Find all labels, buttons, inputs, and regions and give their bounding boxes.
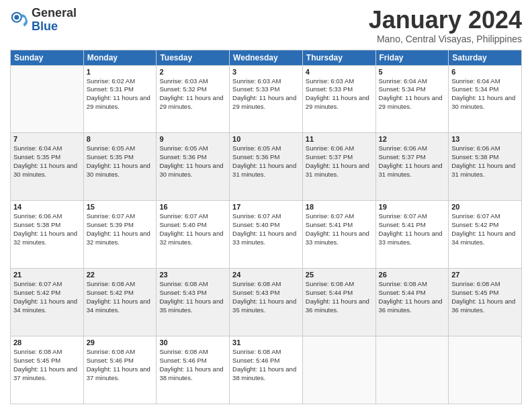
day-number: 18: [306, 203, 373, 211]
day-info: Sunrise: 6:05 AM Sunset: 5:36 PM Dayligh…: [232, 144, 300, 179]
day-info: Sunrise: 6:04 AM Sunset: 5:35 PM Dayligh…: [13, 144, 81, 179]
logo-line1: General: [32, 7, 77, 20]
day-number: 21: [13, 271, 81, 279]
day-info: Sunrise: 6:07 AM Sunset: 5:42 PM Dayligh…: [451, 212, 519, 246]
calendar-cell: 7Sunrise: 6:04 AM Sunset: 5:35 PM Daylig…: [11, 133, 84, 201]
day-number: 1: [87, 68, 154, 76]
day-number: 25: [306, 271, 373, 279]
day-number: 26: [379, 271, 446, 279]
calendar-cell: 8Sunrise: 6:05 AM Sunset: 5:35 PM Daylig…: [83, 133, 157, 201]
week-row-1: 1Sunrise: 6:02 AM Sunset: 5:31 PM Daylig…: [11, 65, 522, 133]
day-info: Sunrise: 6:08 AM Sunset: 5:44 PM Dayligh…: [306, 280, 373, 314]
week-row-5: 28Sunrise: 6:08 AM Sunset: 5:45 PM Dayli…: [11, 336, 522, 404]
calendar-cell: 26Sunrise: 6:08 AM Sunset: 5:44 PM Dayli…: [375, 269, 449, 336]
calendar-cell: 6Sunrise: 6:04 AM Sunset: 5:34 PM Daylig…: [449, 65, 522, 133]
calendar-cell: 30Sunrise: 6:08 AM Sunset: 5:46 PM Dayli…: [157, 336, 230, 404]
day-number: 6: [451, 68, 519, 76]
day-number: 29: [87, 338, 154, 347]
weekday-header-thursday: Thursday: [302, 50, 375, 65]
day-info: Sunrise: 6:08 AM Sunset: 5:46 PM Dayligh…: [159, 348, 226, 382]
calendar-cell: 19Sunrise: 6:07 AM Sunset: 5:41 PM Dayli…: [375, 201, 449, 269]
day-info: Sunrise: 6:03 AM Sunset: 5:33 PM Dayligh…: [306, 77, 373, 111]
logo-text-area: General Blue: [32, 7, 77, 34]
weekday-header-tuesday: Tuesday: [157, 50, 230, 65]
day-number: 7: [13, 135, 81, 143]
calendar-cell: [375, 336, 449, 404]
day-number: 20: [451, 203, 519, 211]
day-number: 3: [232, 68, 300, 76]
day-number: 15: [87, 203, 154, 211]
calendar-cell: 3Sunrise: 6:03 AM Sunset: 5:33 PM Daylig…: [230, 65, 303, 133]
day-number: 19: [379, 203, 446, 211]
day-number: 2: [159, 68, 226, 76]
day-info: Sunrise: 6:08 AM Sunset: 5:45 PM Dayligh…: [13, 348, 81, 382]
calendar-cell: 25Sunrise: 6:08 AM Sunset: 5:44 PM Dayli…: [302, 269, 375, 336]
day-info: Sunrise: 6:02 AM Sunset: 5:31 PM Dayligh…: [87, 77, 154, 111]
day-info: Sunrise: 6:08 AM Sunset: 5:46 PM Dayligh…: [232, 348, 300, 382]
day-number: 10: [232, 135, 300, 143]
calendar-cell: 29Sunrise: 6:08 AM Sunset: 5:46 PM Dayli…: [83, 336, 157, 404]
calendar-table: SundayMondayTuesdayWednesdayThursdayFrid…: [10, 50, 522, 404]
weekday-header-wednesday: Wednesday: [230, 50, 303, 65]
calendar-cell: [449, 336, 522, 404]
day-info: Sunrise: 6:07 AM Sunset: 5:40 PM Dayligh…: [232, 212, 300, 246]
day-info: Sunrise: 6:04 AM Sunset: 5:34 PM Dayligh…: [451, 77, 519, 111]
calendar-cell: 4Sunrise: 6:03 AM Sunset: 5:33 PM Daylig…: [302, 65, 375, 133]
day-number: 27: [451, 271, 519, 279]
day-info: Sunrise: 6:07 AM Sunset: 5:39 PM Dayligh…: [87, 212, 154, 246]
day-info: Sunrise: 6:07 AM Sunset: 5:41 PM Dayligh…: [306, 212, 373, 246]
logo-line2: Blue: [32, 20, 77, 34]
day-number: 23: [159, 271, 226, 279]
header: General Blue January 2024 Mano, Central …: [10, 7, 522, 44]
day-info: Sunrise: 6:06 AM Sunset: 5:38 PM Dayligh…: [13, 212, 81, 246]
day-info: Sunrise: 6:08 AM Sunset: 5:45 PM Dayligh…: [451, 280, 519, 314]
day-number: 13: [451, 135, 519, 143]
calendar-cell: 9Sunrise: 6:05 AM Sunset: 5:36 PM Daylig…: [157, 133, 230, 201]
calendar-cell: 17Sunrise: 6:07 AM Sunset: 5:40 PM Dayli…: [230, 201, 303, 269]
month-title: January 2024: [369, 7, 522, 34]
day-number: 30: [159, 338, 226, 347]
day-info: Sunrise: 6:04 AM Sunset: 5:34 PM Dayligh…: [379, 77, 446, 111]
calendar-cell: 10Sunrise: 6:05 AM Sunset: 5:36 PM Dayli…: [230, 133, 303, 201]
day-info: Sunrise: 6:07 AM Sunset: 5:40 PM Dayligh…: [159, 212, 226, 246]
calendar-cell: 12Sunrise: 6:06 AM Sunset: 5:37 PM Dayli…: [375, 133, 449, 201]
calendar-cell: 15Sunrise: 6:07 AM Sunset: 5:39 PM Dayli…: [83, 201, 157, 269]
calendar-cell: 28Sunrise: 6:08 AM Sunset: 5:45 PM Dayli…: [11, 336, 84, 404]
day-number: 14: [13, 203, 81, 211]
day-info: Sunrise: 6:07 AM Sunset: 5:41 PM Dayligh…: [379, 212, 446, 246]
day-info: Sunrise: 6:08 AM Sunset: 5:43 PM Dayligh…: [159, 280, 226, 314]
weekday-header-monday: Monday: [83, 50, 157, 65]
calendar-cell: 1Sunrise: 6:02 AM Sunset: 5:31 PM Daylig…: [83, 65, 157, 133]
calendar-cell: 2Sunrise: 6:03 AM Sunset: 5:32 PM Daylig…: [157, 65, 230, 133]
week-row-3: 14Sunrise: 6:06 AM Sunset: 5:38 PM Dayli…: [11, 201, 522, 269]
day-number: 24: [232, 271, 300, 279]
day-number: 17: [232, 203, 300, 211]
calendar-cell: 21Sunrise: 6:07 AM Sunset: 5:42 PM Dayli…: [11, 269, 84, 336]
calendar-cell: 22Sunrise: 6:08 AM Sunset: 5:42 PM Dayli…: [83, 269, 157, 336]
day-info: Sunrise: 6:06 AM Sunset: 5:38 PM Dayligh…: [451, 144, 519, 179]
day-number: 28: [13, 338, 81, 347]
day-number: 9: [159, 135, 226, 143]
day-number: 4: [306, 68, 373, 76]
day-number: 16: [159, 203, 226, 211]
title-area: January 2024 Mano, Central Visayas, Phil…: [369, 7, 522, 44]
calendar-cell: 31Sunrise: 6:08 AM Sunset: 5:46 PM Dayli…: [230, 336, 303, 404]
day-info: Sunrise: 6:03 AM Sunset: 5:33 PM Dayligh…: [232, 77, 300, 111]
logo: General Blue: [10, 7, 77, 34]
day-number: 5: [379, 68, 446, 76]
day-number: 22: [87, 271, 154, 279]
day-info: Sunrise: 6:07 AM Sunset: 5:42 PM Dayligh…: [13, 280, 81, 314]
calendar-cell: [302, 336, 375, 404]
logo-icon: [10, 11, 29, 30]
weekday-header-saturday: Saturday: [449, 50, 522, 65]
day-info: Sunrise: 6:05 AM Sunset: 5:36 PM Dayligh…: [159, 144, 226, 179]
calendar-cell: 13Sunrise: 6:06 AM Sunset: 5:38 PM Dayli…: [449, 133, 522, 201]
calendar-cell: [11, 65, 84, 133]
day-info: Sunrise: 6:08 AM Sunset: 5:46 PM Dayligh…: [87, 348, 154, 382]
day-info: Sunrise: 6:08 AM Sunset: 5:44 PM Dayligh…: [379, 280, 446, 314]
calendar-cell: 5Sunrise: 6:04 AM Sunset: 5:34 PM Daylig…: [375, 65, 449, 133]
calendar-cell: 24Sunrise: 6:08 AM Sunset: 5:43 PM Dayli…: [230, 269, 303, 336]
weekday-header-row: SundayMondayTuesdayWednesdayThursdayFrid…: [11, 50, 522, 65]
day-number: 8: [87, 135, 154, 143]
day-info: Sunrise: 6:06 AM Sunset: 5:37 PM Dayligh…: [306, 144, 373, 179]
